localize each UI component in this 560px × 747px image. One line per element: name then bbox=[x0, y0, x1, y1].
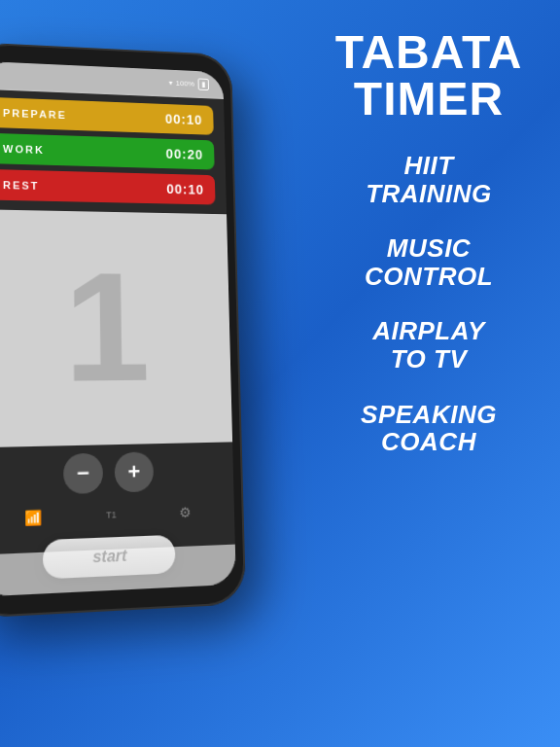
feature-coach-line1: SPEAKING bbox=[361, 400, 497, 429]
app-title-line2: TIMER bbox=[354, 73, 504, 124]
prepare-value: 00:10 bbox=[165, 112, 203, 127]
work-label: WORK bbox=[3, 143, 45, 156]
feature-hiit: HIIT TRAINING bbox=[317, 152, 541, 207]
feature-airplay: AIRPLAY TO TV bbox=[317, 317, 541, 373]
start-btn-area: start bbox=[0, 524, 236, 596]
feature-hiit-line2: TRAINING bbox=[366, 179, 492, 208]
feature-music: MUSIC CONTROL bbox=[317, 234, 541, 290]
app-title-line1: TABATA bbox=[335, 26, 523, 78]
feature-airplay-line1: AIRPLAY bbox=[372, 316, 485, 345]
display-area: 1 bbox=[0, 209, 232, 447]
phone-screen: ▾ 100% ▮ PREPARE 00:10 WORK 00:20 REST 0… bbox=[0, 61, 236, 597]
white-rect-bottom bbox=[0, 544, 236, 596]
work-timer-btn[interactable]: WORK 00:20 bbox=[0, 133, 215, 170]
feature-music-line2: CONTROL bbox=[365, 262, 493, 291]
t1-label[interactable]: T1 bbox=[106, 510, 117, 520]
settings-icon[interactable]: ⚙ bbox=[180, 504, 192, 520]
work-value: 00:20 bbox=[165, 146, 203, 161]
prepare-timer-btn[interactable]: PREPARE 00:10 bbox=[0, 97, 214, 135]
prepare-label: PREPARE bbox=[3, 107, 67, 121]
phone-outer: ▾ 100% ▮ PREPARE 00:10 WORK 00:20 REST 0… bbox=[0, 42, 246, 619]
minus-button[interactable]: − bbox=[63, 453, 103, 495]
feature-coach-line2: COACH bbox=[381, 427, 476, 456]
feature-hiit-line1: HIIT bbox=[403, 151, 453, 180]
wifi-toolbar-icon[interactable]: 📶 bbox=[24, 510, 42, 526]
rest-label: REST bbox=[3, 179, 40, 192]
feature-airplay-line2: TO TV bbox=[391, 344, 468, 374]
rest-timer-btn[interactable]: REST 00:10 bbox=[0, 169, 216, 205]
right-panel: TABATA TIMER HIIT TRAINING MUSIC CONTROL… bbox=[307, 0, 560, 747]
plus-button[interactable]: + bbox=[115, 451, 155, 492]
feature-coach: SPEAKING COACH bbox=[317, 401, 541, 456]
feature-music-line1: MUSIC bbox=[387, 233, 471, 263]
minus-label: − bbox=[77, 460, 89, 486]
phone-mockup: ▾ 100% ▮ PREPARE 00:10 WORK 00:20 REST 0… bbox=[0, 39, 301, 700]
app-title: TABATA TIMER bbox=[317, 29, 541, 123]
big-number: 1 bbox=[63, 249, 151, 406]
plus-label: + bbox=[127, 459, 140, 485]
count-controls: − + bbox=[0, 442, 234, 505]
rest-value: 00:10 bbox=[166, 181, 204, 196]
timer-controls: PREPARE 00:10 WORK 00:20 REST 00:10 bbox=[0, 88, 227, 215]
